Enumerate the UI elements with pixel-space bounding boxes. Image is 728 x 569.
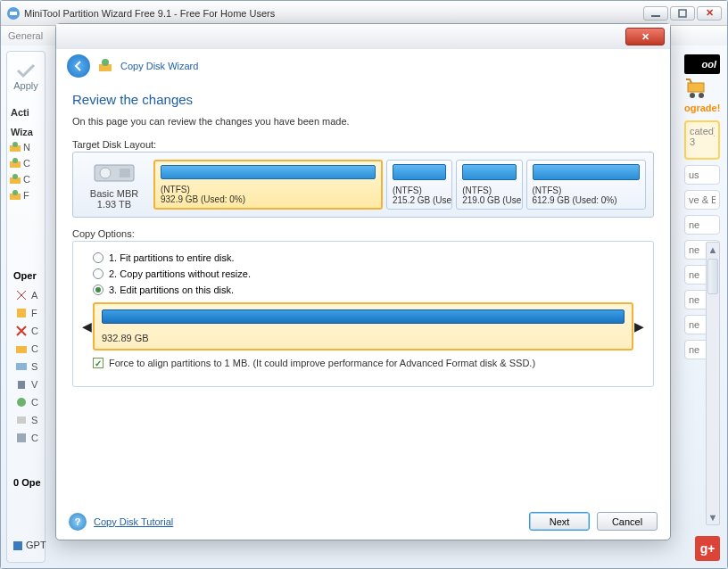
side-panel: us xyxy=(684,165,720,185)
next-button[interactable]: Next xyxy=(529,512,590,531)
tutorial-link[interactable]: Copy Disk Tutorial xyxy=(94,516,173,527)
wizard-icon xyxy=(97,58,113,74)
sidebar-item[interactable]: N xyxy=(9,139,43,155)
scrollbar[interactable]: ▲ ▼ xyxy=(706,242,720,525)
side-panel: ve & Bi xyxy=(684,190,720,210)
dialog-titlebar: ✕ xyxy=(56,24,670,49)
layout-group-label: Target Disk Layout: xyxy=(72,139,654,150)
titlebar: MiniTool Partition Wizard Free 9.1 - Fre… xyxy=(1,1,727,26)
dialog-close-button[interactable]: ✕ xyxy=(625,28,665,45)
op-item[interactable]: C xyxy=(15,393,38,411)
op-item[interactable]: C xyxy=(15,322,38,340)
resize-handle-left[interactable]: ◀ xyxy=(82,319,92,334)
delete-icon xyxy=(15,325,28,337)
google-plus-button[interactable]: g+ xyxy=(695,536,720,561)
upgrade-label[interactable]: ograde! xyxy=(684,103,720,113)
force-align-label: Force to align partitions to 1 MB. (It c… xyxy=(109,358,535,368)
sidebar-item[interactable]: F xyxy=(9,187,43,203)
partition-bar[interactable] xyxy=(102,309,625,324)
op-item[interactable]: S xyxy=(15,358,38,375)
partition-fs: (NTFS) xyxy=(462,186,516,195)
sidebar-item[interactable]: C xyxy=(9,171,43,187)
gpt-icon xyxy=(15,432,28,444)
partition-fs: (NTFS) xyxy=(161,185,376,194)
close-button[interactable]: ✕ xyxy=(697,6,722,21)
partition-cell[interactable]: (NTFS)219.0 GB (Use xyxy=(456,160,522,210)
op-item[interactable]: A xyxy=(15,286,38,304)
copy-option-radio[interactable] xyxy=(93,268,103,279)
disk-size: 1.93 TB xyxy=(80,199,148,210)
svg-rect-12 xyxy=(688,83,704,92)
force-align-checkbox[interactable]: ✓ xyxy=(93,358,103,368)
menu-general[interactable]: General xyxy=(8,30,43,41)
apply-button[interactable]: Apply xyxy=(9,55,43,98)
back-button[interactable] xyxy=(67,54,90,78)
op-item[interactable]: V xyxy=(15,375,38,393)
copy-option-label: 1. Fit partitions to entire disk. xyxy=(109,252,235,263)
partition-edit-box[interactable]: 932.89 GB xyxy=(93,302,633,350)
op-item[interactable]: F xyxy=(15,304,38,322)
copy-options-label: Copy Options: xyxy=(72,228,654,239)
mbr-icon xyxy=(15,414,28,426)
svg-point-11 xyxy=(12,190,18,195)
minimize-button[interactable] xyxy=(643,6,668,21)
check-icon xyxy=(15,62,37,78)
tool-icon xyxy=(15,307,28,319)
scroll-down-icon[interactable]: ▼ xyxy=(707,510,719,524)
partition-usage-bar xyxy=(533,164,641,180)
gpt-legend: GPT xyxy=(13,540,46,550)
partition-cell[interactable]: (NTFS)215.2 GB (Use xyxy=(386,160,452,210)
wizard-icon xyxy=(9,141,21,153)
wizard-icon xyxy=(9,173,21,186)
wizard-icon xyxy=(9,189,21,202)
svg-rect-17 xyxy=(16,363,27,370)
arrow-left-icon xyxy=(72,60,85,72)
cancel-button[interactable]: Cancel xyxy=(597,512,658,531)
resize-handle-right[interactable]: ▶ xyxy=(634,319,644,334)
operations-list: A F C C S V C S C xyxy=(15,286,38,447)
partition-cell[interactable]: (NTFS)932.9 GB (Used: 0%) xyxy=(153,160,383,210)
partition-info: 612.9 GB (Used: 0%) xyxy=(533,195,641,205)
scroll-thumb[interactable] xyxy=(707,259,718,294)
op-item[interactable]: S xyxy=(15,411,38,429)
svg-rect-21 xyxy=(17,433,26,442)
copy-option-label: 2. Copy partitions without resize. xyxy=(109,268,251,279)
wizard-icon xyxy=(9,157,21,169)
svg-point-25 xyxy=(100,168,111,178)
wizard-title: Copy Disk Wizard xyxy=(120,61,198,71)
copy-option-radio[interactable] xyxy=(93,252,103,263)
partition-fs: (NTFS) xyxy=(393,186,446,195)
review-subtitle: On this page you can review the changes … xyxy=(72,116,654,127)
svg-rect-20 xyxy=(17,416,26,424)
trash-icon xyxy=(15,378,28,391)
partition-usage-bar xyxy=(393,164,446,180)
copy-option-radio[interactable] xyxy=(93,284,103,295)
side-panel: ne xyxy=(684,215,720,235)
partition-info: 932.9 GB (Used: 0%) xyxy=(161,194,376,204)
svg-point-23 xyxy=(102,59,109,66)
hard-disk-icon xyxy=(93,160,136,185)
partition-row: (NTFS)932.9 GB (Used: 0%)(NTFS)215.2 GB … xyxy=(153,160,646,210)
partition-info: 219.0 GB (Use xyxy=(462,195,516,205)
svg-point-14 xyxy=(699,93,704,98)
partition-info: 215.2 GB (Use xyxy=(393,195,446,205)
review-title: Review the changes xyxy=(72,92,654,107)
svg-rect-2 xyxy=(651,15,660,17)
folder-icon xyxy=(15,342,28,355)
op-item[interactable]: C xyxy=(15,429,38,447)
cart-icon xyxy=(684,78,709,99)
window-title: MiniTool Partition Wizard Free 9.1 - Fre… xyxy=(24,8,275,19)
svg-rect-26 xyxy=(120,169,130,177)
copy-option-label: 3. Edit partitions on this disk. xyxy=(109,284,234,295)
svg-point-9 xyxy=(12,174,18,179)
shield-icon xyxy=(15,396,28,408)
side-highlight-box: cated)3 xyxy=(684,120,720,160)
align-icon xyxy=(15,289,28,301)
maximize-button[interactable] xyxy=(670,6,695,21)
op-item[interactable]: C xyxy=(15,340,38,358)
sidebar-item[interactable]: C xyxy=(9,155,43,171)
partition-cell[interactable]: (NTFS)612.9 GB (Used: 0%) xyxy=(526,160,647,210)
help-icon[interactable]: ? xyxy=(69,513,87,531)
scroll-up-icon[interactable]: ▲ xyxy=(707,243,719,257)
svg-rect-15 xyxy=(17,309,26,317)
